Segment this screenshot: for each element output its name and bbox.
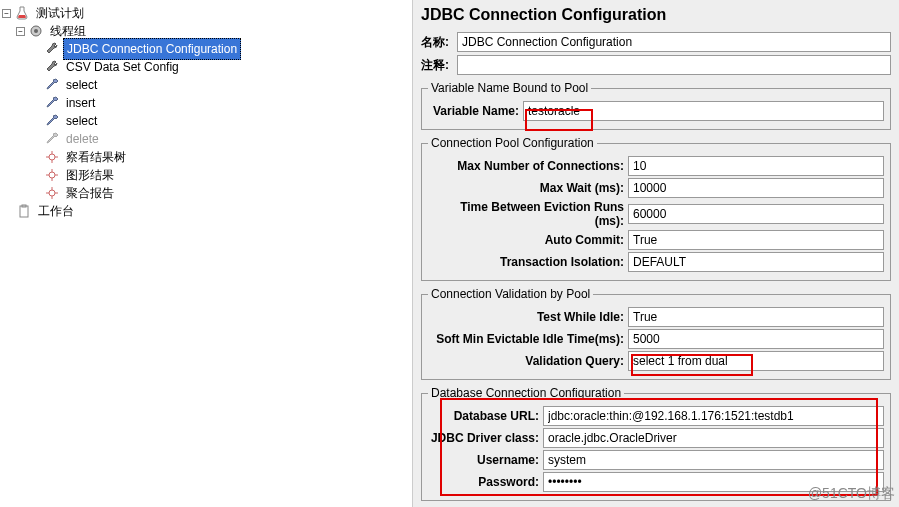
isolation-select[interactable] (628, 252, 884, 272)
config-panel: JDBC Connection Configuration 名称: 注释: Va… (413, 0, 899, 507)
tree-item-label: select (63, 75, 100, 95)
db-pass-label: Password: (428, 475, 543, 489)
variable-pool-legend: Variable Name Bound to Pool (428, 81, 591, 95)
scope-icon (44, 185, 60, 201)
database-fieldset: Database Connection Configuration Databa… (421, 386, 891, 501)
dropper-icon (44, 113, 60, 129)
tree-item-label: 聚合报告 (63, 183, 117, 203)
dropper-icon (44, 95, 60, 111)
db-user-label: Username: (428, 453, 543, 467)
page-title: JDBC Connection Configuration (421, 0, 891, 32)
variable-name-input[interactable] (523, 101, 884, 121)
svg-rect-5 (20, 206, 28, 217)
scope-icon (44, 167, 60, 183)
svg-rect-6 (22, 205, 26, 207)
dropper-icon (44, 77, 60, 93)
db-url-label: Database URL: (428, 409, 543, 423)
tree-item-delete[interactable]: delete (2, 130, 410, 148)
database-legend: Database Connection Configuration (428, 386, 624, 400)
comment-label: 注释: (421, 57, 457, 74)
connection-pool-fieldset: Connection Pool Configuration Max Number… (421, 136, 891, 281)
svg-point-1 (34, 29, 38, 33)
tree-item-graph[interactable]: 图形结果 (2, 166, 410, 184)
name-label: 名称: (421, 34, 457, 51)
tree-workbench[interactable]: 工作台 (2, 202, 410, 220)
connection-pool-legend: Connection Pool Configuration (428, 136, 597, 150)
tree-item-aggregate[interactable]: 聚合报告 (2, 184, 410, 202)
svg-point-3 (49, 172, 55, 178)
max-wait-label: Max Wait (ms): (428, 181, 628, 195)
wrench-icon (44, 41, 60, 57)
tree-item-select2[interactable]: select (2, 112, 410, 130)
max-conn-label: Max Number of Connections: (428, 159, 628, 173)
watermark: @51CTO博客 (808, 485, 895, 503)
scope-icon (44, 149, 60, 165)
tree-item-label: delete (63, 129, 102, 149)
tree-item-label: insert (63, 93, 98, 113)
max-wait-input[interactable] (628, 178, 884, 198)
db-url-input[interactable] (543, 406, 884, 426)
svg-point-2 (49, 154, 55, 160)
tree-item-label: select (63, 111, 100, 131)
clipboard-icon (16, 203, 32, 219)
comment-input[interactable] (457, 55, 891, 75)
tree-panel: − 测试计划 − 线程组 JDBC Connection Configurati… (0, 0, 413, 507)
gear-icon (28, 23, 44, 39)
tree-item-insert[interactable]: insert (2, 94, 410, 112)
auto-commit-label: Auto Commit: (428, 233, 628, 247)
evict-input[interactable] (628, 204, 884, 224)
validation-legend: Connection Validation by Pool (428, 287, 593, 301)
isolation-label: Transaction Isolation: (428, 255, 628, 269)
tree-item-label: 图形结果 (63, 165, 117, 185)
tree-item-label: 察看结果树 (63, 147, 129, 167)
evict-label: Time Between Eviction Runs (ms): (428, 200, 628, 228)
dropper-icon (44, 131, 60, 147)
auto-commit-select[interactable] (628, 230, 884, 250)
tree-workbench-label: 工作台 (35, 201, 77, 221)
tree-item-label: CSV Data Set Config (63, 57, 182, 77)
test-idle-select[interactable] (628, 307, 884, 327)
db-user-input[interactable] (543, 450, 884, 470)
name-input[interactable] (457, 32, 891, 52)
validation-query-input[interactable] (628, 351, 884, 371)
test-idle-label: Test While Idle: (428, 310, 628, 324)
validation-fieldset: Connection Validation by Pool Test While… (421, 287, 891, 380)
min-evict-label: Soft Min Evictable Idle Time(ms): (428, 332, 628, 346)
max-conn-input[interactable] (628, 156, 884, 176)
db-driver-label: JDBC Driver class: (428, 431, 543, 445)
tree-item-csv[interactable]: CSV Data Set Config (2, 58, 410, 76)
min-evict-input[interactable] (628, 329, 884, 349)
collapse-icon[interactable]: − (2, 9, 11, 18)
variable-pool-fieldset: Variable Name Bound to Pool Variable Nam… (421, 81, 891, 130)
tree-item-jdbc-config[interactable]: JDBC Connection Configuration (2, 40, 410, 58)
variable-name-label: Variable Name: (428, 104, 523, 118)
tree-item-resulttree[interactable]: 察看结果树 (2, 148, 410, 166)
collapse-icon[interactable]: − (16, 27, 25, 36)
svg-point-4 (49, 190, 55, 196)
db-driver-input[interactable] (543, 428, 884, 448)
tree-root-label: 测试计划 (33, 3, 87, 23)
tree-root[interactable]: − 测试计划 (2, 4, 410, 22)
flask-icon (14, 5, 30, 21)
wrench-icon (44, 59, 60, 75)
validation-query-label: Validation Query: (428, 354, 628, 368)
tree-item-select1[interactable]: select (2, 76, 410, 94)
